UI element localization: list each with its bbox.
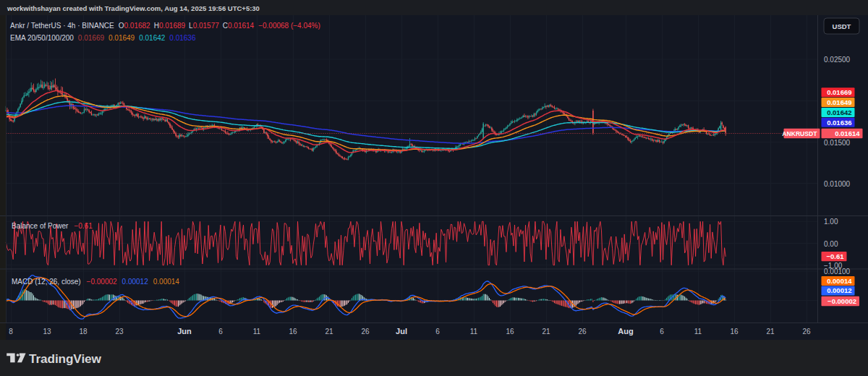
svg-text:6: 6 — [660, 328, 664, 336]
svg-text:8: 8 — [9, 328, 13, 336]
svg-text:11: 11 — [694, 328, 702, 336]
svg-text:16: 16 — [506, 328, 514, 336]
svg-text:0.00014: 0.00014 — [827, 277, 852, 285]
svg-text:−0.61: −0.61 — [826, 252, 844, 260]
svg-text:0.00012: 0.00012 — [827, 286, 851, 294]
svg-text:26: 26 — [361, 328, 370, 336]
svg-text:0.01642: 0.01642 — [827, 108, 851, 116]
svg-text:16: 16 — [730, 328, 739, 336]
svg-text:USDT: USDT — [833, 22, 851, 30]
svg-text:0.01000: 0.01000 — [824, 180, 851, 188]
svg-text:6: 6 — [218, 328, 223, 336]
svg-text:1.00: 1.00 — [824, 218, 838, 226]
svg-text:0.01669: 0.01669 — [827, 88, 851, 96]
svg-text:Jun: Jun — [177, 327, 192, 336]
svg-text:ANKRUSDT: ANKRUSDT — [782, 130, 817, 137]
svg-text:0.01649: 0.01649 — [827, 98, 851, 106]
svg-text:6: 6 — [435, 328, 440, 336]
svg-text:TradingView: TradingView — [29, 351, 102, 366]
svg-text:MACD (12, 26, close)−0.000020.: MACD (12, 26, close)−0.000020.000120.000… — [12, 278, 179, 286]
svg-text:0.02500: 0.02500 — [824, 56, 851, 64]
svg-text:16: 16 — [289, 328, 297, 336]
svg-text:workwithshayan created with Tr: workwithshayan created with TradingView.… — [7, 4, 260, 12]
svg-text:13: 13 — [43, 328, 51, 336]
svg-text:21: 21 — [542, 328, 550, 336]
svg-text:21: 21 — [325, 328, 333, 336]
svg-text:0.00100: 0.00100 — [824, 268, 851, 275]
svg-text:11: 11 — [470, 328, 478, 336]
svg-text:11: 11 — [253, 328, 261, 336]
svg-text:Jul: Jul — [396, 327, 407, 336]
svg-text:26: 26 — [802, 328, 811, 336]
svg-text:Aug: Aug — [618, 327, 633, 336]
svg-text:Balance of Power−0.61: Balance of Power−0.61 — [12, 222, 93, 230]
svg-text:0.00: 0.00 — [824, 240, 838, 248]
svg-text:21: 21 — [766, 328, 775, 336]
svg-text:0.01636: 0.01636 — [827, 119, 851, 127]
svg-text:0.01614: 0.01614 — [835, 129, 860, 137]
svg-text:0.01500: 0.01500 — [824, 139, 851, 147]
svg-text:−0.00002: −0.00002 — [827, 297, 856, 305]
svg-text:26: 26 — [578, 328, 587, 336]
svg-text:Ankr / TetherUS · 4h · BINANCE: Ankr / TetherUS · 4h · BINANCEO0.01682H0… — [10, 22, 320, 30]
svg-text:23: 23 — [115, 328, 124, 336]
svg-text:18: 18 — [79, 328, 88, 336]
